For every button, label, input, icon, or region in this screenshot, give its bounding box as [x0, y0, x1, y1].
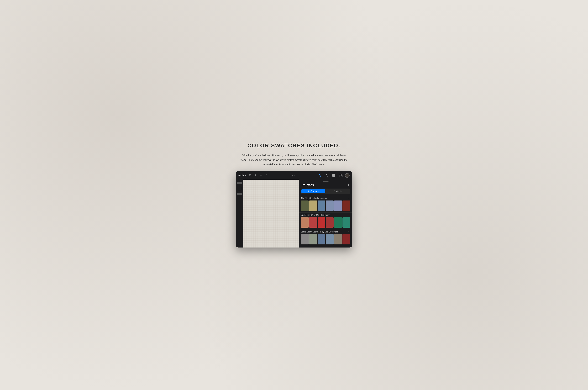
section-description: Whether you're a designer, fine artist, … — [239, 153, 349, 167]
cards-icon: ⊞ — [333, 190, 335, 193]
swatch — [301, 217, 309, 228]
swatch — [309, 234, 317, 244]
eraser-tool[interactable] — [331, 173, 336, 178]
layers-icon — [339, 174, 342, 177]
palette-3-name: Large Death Scene (2) by Max Beckmann — [301, 231, 338, 233]
swatch — [334, 217, 342, 228]
palette-3-swatches — [301, 234, 350, 244]
swatch — [301, 200, 309, 211]
pen-tool[interactable] — [325, 173, 329, 178]
canvas-area[interactable] — [243, 180, 299, 247]
compact-label: Compact — [311, 190, 319, 193]
palette-2-more-button[interactable]: ••• — [348, 214, 350, 216]
swatch — [326, 217, 334, 228]
dot-2 — [292, 175, 293, 176]
pencil-tool[interactable] — [318, 173, 322, 178]
palette-list: The Night by Max Beckmann ••• — [299, 196, 352, 247]
page-wrapper: COLOR SWATCHES INCLUDED: Whether you're … — [233, 143, 355, 247]
swatch — [334, 234, 342, 244]
sidebar-square[interactable] — [238, 187, 241, 190]
magic-icon[interactable]: ✦ — [254, 174, 257, 177]
app-sidebar — [236, 180, 243, 247]
palette-2-header: Birds' Hell (2) by Max Beckmann ••• — [301, 214, 350, 216]
share-icon[interactable]: ↗ — [265, 174, 267, 177]
eraser-icon — [332, 174, 335, 177]
swatch — [326, 234, 334, 244]
view-toggle: ▤ Compact ⊞ Cards — [301, 189, 350, 194]
swatch — [342, 217, 350, 228]
palette-2-swatches — [301, 217, 350, 228]
palette-1-more-button[interactable]: ••• — [348, 197, 350, 199]
toolbar-center — [291, 175, 294, 176]
swatch — [317, 200, 325, 211]
palette-3-header: Large Death Scene (2) by Max Beckmann ••… — [301, 231, 350, 233]
swatch — [342, 200, 350, 211]
palette-3-more-button[interactable]: ••• — [348, 231, 350, 233]
swatch — [334, 200, 342, 211]
swatch — [326, 200, 334, 211]
palette-item-3: Large Death Scene (2) by Max Beckmann ••… — [299, 229, 352, 246]
layers-tool[interactable] — [338, 173, 342, 178]
palette-1-header: The Night by Max Beckmann ••• — [301, 197, 350, 199]
palettes-panel: Palettes + ▤ Compact ⊞ Cards — [299, 180, 352, 247]
palette-1-swatches — [301, 200, 350, 211]
canvas-texture — [243, 180, 299, 247]
wrench-icon[interactable]: ⚙ — [249, 174, 251, 177]
swatch — [342, 234, 350, 244]
drag-handle — [299, 180, 352, 182]
swatch — [309, 217, 317, 228]
compact-icon: ▤ — [308, 190, 310, 193]
pen-icon — [326, 174, 328, 177]
dot-1 — [291, 175, 291, 176]
palette-item-1: The Night by Max Beckmann ••• — [299, 196, 352, 213]
app-content: Palettes + ▤ Compact ⊞ Cards — [236, 180, 352, 247]
swatch — [309, 200, 317, 211]
swatch — [317, 217, 325, 228]
app-mockup: Gallery ⚙ ✦ ↩ ↗ — [236, 171, 352, 247]
add-palette-button[interactable]: + — [348, 183, 350, 187]
gallery-label[interactable]: Gallery — [238, 174, 246, 177]
compact-toggle-button[interactable]: ▤ Compact — [301, 189, 325, 194]
drag-handle-bar — [323, 181, 329, 182]
palette-2-name: Birds' Hell (2) by Max Beckmann — [301, 214, 330, 216]
swatch — [317, 234, 325, 244]
palette-item-2: Birds' Hell (2) by Max Beckmann ••• — [299, 213, 352, 229]
pencil-blue-icon — [319, 174, 321, 177]
cards-label: Cards — [336, 190, 342, 193]
app-toolbar: Gallery ⚙ ✦ ↩ ↗ — [236, 171, 352, 180]
panel-title: Palettes — [302, 183, 314, 187]
toolbar-right — [318, 173, 350, 178]
color-picker[interactable] — [345, 173, 350, 178]
swatch — [301, 234, 309, 244]
dot-3 — [294, 175, 294, 176]
sidebar-control-bottom[interactable] — [237, 193, 242, 195]
palette-1-name: The Night by Max Beckmann — [301, 197, 327, 199]
sidebar-control-top[interactable] — [237, 182, 242, 184]
panel-header: Palettes + — [299, 182, 352, 189]
undo-icon[interactable]: ↩ — [260, 174, 262, 177]
section-title: COLOR SWATCHES INCLUDED: — [247, 143, 341, 149]
toolbar-left: Gallery ⚙ ✦ ↩ ↗ — [238, 174, 267, 177]
cards-toggle-button[interactable]: ⊞ Cards — [326, 189, 350, 194]
